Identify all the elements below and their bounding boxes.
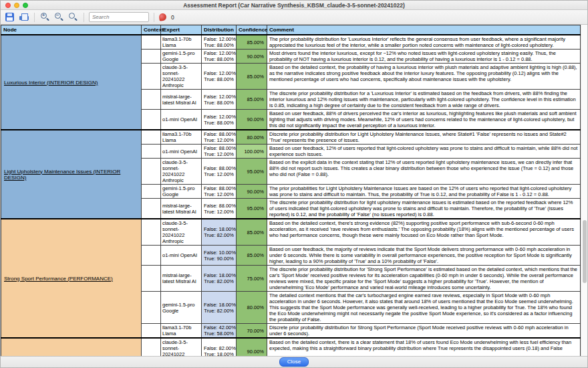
zoom-reset-button[interactable] [67,11,79,23]
expert-cell: gemini-1.5-pro Google [161,292,202,324]
distribution-true: True: 82.00% [204,278,234,284]
distribution-false: False: 18.00% [204,302,234,308]
distribution-false: False: 42.00% [204,325,234,331]
distribution-cell: False: 88.00%True: 12.00% [202,145,237,159]
distribution-true: True: 58.00% [204,331,234,337]
zoom-out-button[interactable]: − [53,11,65,23]
match-count: 0 [169,14,174,21]
comment-cell: Discrete prior probability distribution … [267,130,581,145]
comment-cell: Based on the detailed context, the proba… [267,64,581,90]
column-header-distribution[interactable]: Distribution [202,25,237,35]
report-table-area: NodeContextExpertDistributionConfidenceC… [1,25,587,356]
context-cell [142,324,161,339]
context-cell [142,110,161,130]
context-cell [142,145,161,159]
distribution-true: True: 88.00% [204,56,234,62]
context-cell [142,292,161,324]
distribution-cell: False: 88.00%True: 12.00% [202,159,237,185]
distribution-false: False: 88.00% [204,131,234,137]
match-marker-icon[interactable] [158,13,167,21]
titlebar: Assessment Report (Car Narrative Synthes… [1,1,587,10]
table-row: Luxurious Interior (INTERIOR DESIGN)llam… [1,35,581,50]
distribution-false: False: 10.00% [204,250,234,256]
comment-cell: Based on the detailed context, there's s… [267,219,581,246]
comment-cell: Discrete prior probability distribution … [267,324,581,339]
maximize-window-icon[interactable] [23,3,28,8]
distribution-false: False: 12.00% [204,70,234,76]
distribution-cell: False: 10.00%True: 90.00% [202,246,237,266]
print-button[interactable] [18,11,29,23]
node-link[interactable]: Light Upholstery Maintenance Issues (INT… [4,169,120,181]
node-link[interactable]: Strong Sport Performance (PERFORMANCE) [4,276,113,282]
close-button[interactable]: Close [279,357,309,367]
distribution-true: True: 88.00% [204,120,234,126]
confidence-cell: 85.00% [237,246,267,266]
expert-cell: llama3.1-70b Llama [161,130,202,145]
window-title: Assessment Report (Car Narrative Synthes… [183,2,405,9]
distribution-true: True: 12.00% [204,151,234,157]
comment-cell: Based on the detailed context, there is … [267,338,581,356]
expert-cell: gemini-1.5-pro Google [161,50,202,64]
comment-cell: Based on user feedback, 12% of users rep… [267,145,581,159]
distribution-false: False: 12.00% [204,36,234,42]
table-header: NodeContextExpertDistributionConfidenceC… [1,25,581,35]
zoom-in-icon: + [41,13,50,22]
column-header-context[interactable]: Context [142,25,161,35]
distribution-cell: False: 88.00%True: 12.00% [202,199,237,219]
scrollbar-thumb[interactable] [583,220,587,283]
distribution-false: False: 12.00% [204,94,234,100]
column-header-expert[interactable]: Expert [161,25,202,35]
context-cell [142,199,161,219]
confidence-cell: 85.00% [237,64,267,90]
window-controls [5,3,28,8]
distribution-true: True: 12.00% [204,209,234,215]
distribution-true: True: 82.00% [204,308,234,314]
distribution-false: False: 88.00% [204,165,234,171]
distribution-cell: False: 42.00%True: 58.00% [202,324,237,339]
confidence-cell: 85.00% [237,90,267,110]
expert-cell: o1-mini OpenAI [161,246,202,266]
confidence-cell: 80.00% [237,292,267,324]
confidence-cell: 90.00% [237,50,267,64]
zoom-in-button[interactable]: + [39,11,51,23]
zoom-out-icon: − [55,13,64,22]
expert-cell: o1-mini OpenAI [161,145,202,159]
confidence-cell: 100.00% [237,145,267,159]
confidence-cell: 90.00% [237,185,267,199]
toolbar-separator [84,13,84,22]
confidence-cell: 80.00% [237,130,267,145]
save-button[interactable] [4,11,15,23]
search-input[interactable] [89,12,149,22]
distribution-true: True: 18.00% [204,351,234,356]
close-window-icon[interactable] [5,3,11,8]
footer-bar: Close [1,356,587,367]
table-row: claude-3-5-sonnet-20241022 AnthropicFals… [1,338,581,356]
context-cell [142,35,161,50]
expert-cell: mistral-large-latest Mistral AI [161,266,202,292]
column-header-comment[interactable]: Comment [267,25,581,35]
confidence-cell: 90.00% [237,110,267,130]
expert-cell: gemini-1.5-pro Google [161,185,202,199]
minimize-window-icon[interactable] [14,3,19,8]
context-cell [142,185,161,199]
expert-cell: claude-3-5-sonnet-20241022 Anthropic [161,159,202,185]
distribution-true: True: 88.00% [204,42,234,48]
distribution-false: False: 12.00% [204,50,234,56]
context-cell [142,246,161,266]
comment-cell: Based on user feedback, 88% of drivers p… [267,110,581,130]
distribution-cell: False: 82.00%True: 18.00% [202,338,237,356]
context-cell [142,130,161,145]
distribution-cell: False: 18.00%True: 82.00% [202,219,237,246]
distribution-true: True: 12.00% [204,171,234,177]
expert-cell: llama3.1-70b Llama [161,35,202,50]
distribution-true: True: 90.00% [204,256,234,262]
node-cell: Luxurious Interior (INTERIOR DESIGN) [1,35,142,130]
column-header-confidence[interactable]: Confidence [237,25,267,35]
vertical-scrollbar[interactable] [581,25,587,356]
toolbar-separator [34,13,35,22]
column-header-node[interactable]: Node [1,25,142,35]
toolbar: + − 0 [1,10,587,25]
assessment-report-window: Assessment Report (Car Narrative Synthes… [0,0,588,368]
expert-cell: claude-3-5-sonnet-20241022 Anthropic [161,338,202,356]
node-link[interactable]: Luxurious Interior (INTERIOR DESIGN) [4,80,98,86]
